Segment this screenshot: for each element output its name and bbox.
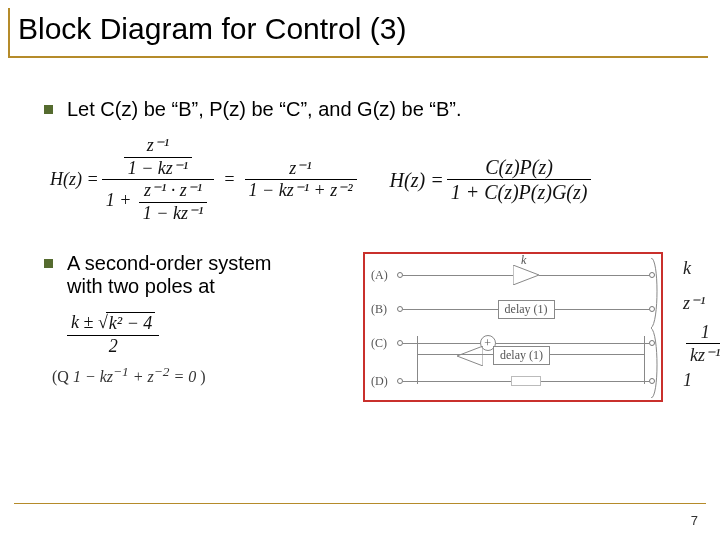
char-eq: (Q ( 1 − kz⁻¹ + z⁻² = 0 )1 − kz−1 + z−2 …: [52, 364, 343, 386]
poles-den: 2: [105, 336, 122, 358]
annot-one2: 1: [683, 370, 692, 391]
annot-kz: kz⁻¹: [686, 344, 720, 366]
poles-k-pm: k ±: [71, 312, 98, 332]
eq1-inner-den: 1 − kz⁻¹: [124, 158, 193, 180]
wire-icon: [541, 381, 649, 382]
row-B-label: (B): [371, 302, 397, 317]
row-D-label: (D): [371, 374, 397, 389]
annot-frac1: 1 kz⁻¹: [683, 322, 720, 366]
brace-icon: [651, 258, 659, 398]
second-bullet-row: A second-order system with two poles at …: [44, 252, 692, 402]
char-Q: Q: [57, 368, 69, 385]
gain-triangle-rev-icon: [457, 346, 483, 366]
diagram-row-B: (B) delay (1): [371, 294, 655, 324]
eq2-frac: C(z)P(z) 1 + C(z)P(z)G(z): [447, 155, 592, 204]
eq1-one-plus: 1 +: [106, 190, 132, 210]
eq1-equals: =: [223, 169, 235, 191]
annot-zinv: z⁻¹: [683, 292, 705, 314]
diagram-row-A: (A) k: [371, 260, 655, 290]
eq1-outer-num: z⁻¹ · z⁻¹: [140, 180, 206, 202]
bullet-2a: A second-order system: [67, 252, 272, 274]
bullet-2b: with two poles at: [67, 275, 215, 297]
eq1-result-num: z⁻¹: [285, 158, 315, 180]
eq1-lhs: H(z) =: [50, 169, 99, 191]
empty-block-icon: [511, 376, 541, 386]
delay-box: delay (1): [498, 300, 555, 319]
sqrt-icon: √ k² − 4: [98, 312, 155, 335]
eq2-lhs: H(z) =: [390, 168, 444, 192]
row-A-label: (A): [371, 268, 397, 283]
wire-icon: [403, 275, 513, 276]
svg-marker-0: [513, 265, 539, 285]
slide-title: Block Diagram for Control (3): [8, 8, 708, 58]
delay-box-feedback: delay (1): [493, 346, 550, 365]
poles-radicand: k² − 4: [106, 312, 156, 335]
footer-rule: [14, 503, 706, 504]
bullet-1: Let C(z) be “B”, P(z) be “C”, and G(z) b…: [44, 98, 692, 121]
annot-k: k: [683, 258, 691, 279]
bullet-square-icon: [44, 105, 53, 114]
equation-row: H(z) = z⁻¹ 1 − kz⁻¹ 1 + z⁻¹ · z⁻¹: [50, 135, 692, 224]
bullet-2: A second-order system with two poles at: [44, 252, 343, 298]
gain-triangle-icon: k: [513, 265, 539, 285]
diagram-row-D: (D): [371, 366, 655, 396]
eq2-den: 1 + C(z)P(z)G(z): [447, 180, 592, 204]
wire-icon: [496, 343, 649, 344]
row-C-label: (C): [371, 336, 397, 351]
wire-icon: [555, 309, 650, 310]
equation-H-derivation: H(z) = z⁻¹ 1 − kz⁻¹ 1 + z⁻¹ · z⁻¹: [50, 135, 360, 224]
wire-icon: [403, 343, 480, 344]
eq1-inner-num: z⁻¹: [143, 135, 173, 157]
eq1-result-frac: z⁻¹ 1 − kz⁻¹ + z⁻²: [245, 158, 357, 202]
eq2-num: C(z)P(z): [481, 155, 557, 179]
gain-k-label: k: [521, 253, 526, 268]
eq1-big-frac: z⁻¹ 1 − kz⁻¹ 1 + z⁻¹ · z⁻¹ 1 − kz⁻¹: [102, 135, 215, 224]
annot-one: 1: [697, 322, 714, 343]
bullet-1-text: Let C(z) be “B”, P(z) be “C”, and G(z) b…: [67, 98, 462, 121]
equation-H-closedloop: H(z) = C(z)P(z) 1 + C(z)P(z)G(z): [390, 155, 595, 204]
eq1-outer-den: 1 − kz⁻¹: [139, 203, 208, 225]
wire-icon: [539, 275, 649, 276]
wire-icon: [403, 381, 511, 382]
diagram-row-C: (C) + delay (1): [371, 328, 655, 358]
bullet-2-text: A second-order system with two poles at: [67, 252, 272, 298]
page-number: 7: [691, 513, 698, 528]
bullet-square-icon: [44, 259, 53, 268]
block-diagram: (A) k (B) delay (1): [363, 252, 663, 402]
wire-icon: [403, 309, 498, 310]
svg-marker-1: [457, 346, 483, 366]
poles-expression: k ± √ k² − 4 2: [64, 312, 162, 357]
eq1-result-den: 1 − kz⁻¹ + z⁻²: [245, 180, 357, 202]
